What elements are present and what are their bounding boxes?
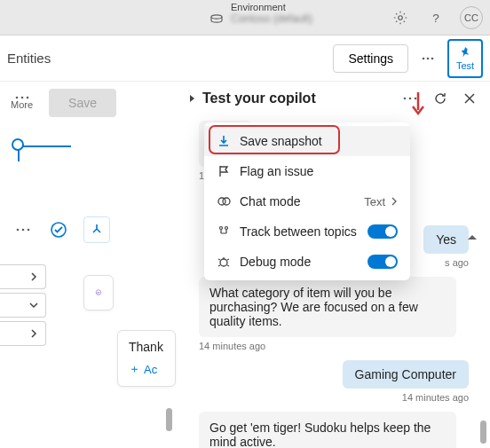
branch-icon [83, 216, 110, 243]
svg-point-5 [431, 57, 434, 59]
more-button[interactable]: More [11, 96, 33, 110]
track-toggle[interactable] [368, 224, 398, 239]
scroll-up-caret[interactable] [462, 227, 483, 248]
save-button[interactable]: Save [49, 89, 116, 117]
svg-point-15 [409, 98, 412, 100]
panel-scrollbar[interactable] [480, 420, 486, 444]
panel-overflow-menu: Save snapshot Flag an issue Chat mode Te… [204, 122, 410, 280]
chat-icon [217, 194, 231, 208]
svg-point-19 [220, 227, 223, 230]
svg-point-9 [17, 229, 20, 232]
svg-point-18 [223, 198, 230, 205]
collapsed-row-3[interactable] [0, 321, 46, 346]
chevron-right-icon [29, 272, 38, 281]
svg-point-14 [404, 98, 407, 100]
collapsed-row-2[interactable] [0, 293, 46, 318]
environment-value: Contoso (default) [231, 12, 312, 25]
bot-message: Go get 'em tiger! Sudoku helps keep the … [199, 412, 456, 448]
chevron-right-icon [29, 329, 38, 338]
timestamp: 14 minutes ago [199, 341, 474, 351]
svg-point-7 [20, 97, 23, 99]
chevron-down-icon [29, 301, 38, 310]
chevron-right-icon [391, 197, 398, 206]
collapsed-row-1[interactable] [0, 264, 46, 289]
checkmark-icon [50, 221, 67, 239]
canvas-node-marker [12, 138, 24, 151]
menu-flag-issue[interactable]: Flag an issue [204, 156, 410, 186]
svg-point-8 [26, 97, 28, 99]
panel-overflow-button[interactable] [399, 93, 421, 104]
overflow-menu-button[interactable] [417, 48, 439, 69]
environment-label: Environment [231, 2, 286, 12]
svg-point-21 [220, 259, 227, 266]
download-icon [217, 134, 231, 148]
command-bar: Entities Settings Test [0, 35, 490, 82]
svg-point-11 [28, 229, 30, 232]
help-icon[interactable]: ? [424, 6, 447, 29]
menu-save-snapshot[interactable]: Save snapshot [204, 126, 410, 156]
refresh-button[interactable] [430, 88, 451, 109]
debug-toggle[interactable] [368, 255, 398, 269]
svg-point-3 [423, 57, 425, 59]
timestamp: 14 minutes ago [199, 392, 474, 403]
settings-button[interactable]: Settings [333, 44, 408, 73]
canvas-scrollbar[interactable] [166, 408, 172, 431]
user-message: Gaming Computer [343, 360, 469, 389]
page-title: Entities [7, 51, 51, 66]
test-panel-header: Test your copilot [178, 82, 490, 115]
caret-right-icon [188, 94, 197, 103]
debug-icon [217, 255, 231, 269]
flag-icon [217, 164, 231, 178]
test-button[interactable]: Test [447, 39, 483, 78]
message-node-icon[interactable] [83, 275, 114, 310]
track-icon [217, 224, 231, 239]
top-bar: Environment Contoso (default) ? CC [0, 0, 490, 35]
svg-point-20 [225, 227, 228, 230]
menu-chat-mode[interactable]: Chat mode Text [204, 186, 410, 216]
authoring-canvas: More Save Thank ＋ Ac [0, 82, 178, 445]
bot-message: What category of item will you be purcha… [199, 277, 456, 337]
pin-icon [459, 46, 471, 59]
svg-text:?: ? [432, 12, 439, 25]
menu-track-topics[interactable]: Track between topics [204, 216, 410, 247]
environment-picker[interactable]: Environment Contoso (default) [231, 2, 312, 25]
svg-point-16 [415, 98, 417, 100]
svg-point-10 [22, 229, 25, 232]
svg-point-0 [211, 15, 222, 19]
user-avatar[interactable]: CC [460, 6, 483, 29]
svg-point-6 [15, 97, 18, 99]
message-node[interactable]: Thank ＋ Ac [117, 330, 176, 387]
plus-icon: ＋ [129, 361, 140, 377]
settings-gear-icon[interactable] [389, 6, 412, 29]
environment-icon [209, 12, 224, 27]
node-overflow-icon[interactable] [12, 224, 34, 235]
svg-point-4 [427, 57, 430, 59]
svg-point-1 [399, 16, 403, 20]
menu-debug-mode[interactable]: Debug mode [204, 247, 410, 277]
close-button[interactable] [460, 89, 479, 108]
